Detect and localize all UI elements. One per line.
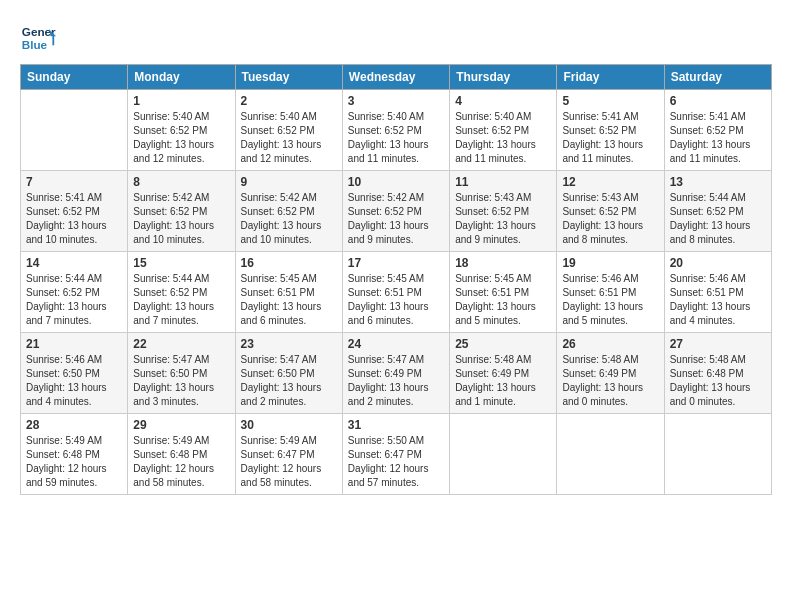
day-info: Sunrise: 5:42 AM Sunset: 6:52 PM Dayligh… bbox=[241, 191, 337, 247]
logo-icon: General Blue bbox=[20, 20, 56, 56]
day-info: Sunrise: 5:47 AM Sunset: 6:50 PM Dayligh… bbox=[133, 353, 229, 409]
day-number: 11 bbox=[455, 175, 551, 189]
calendar-cell: 23Sunrise: 5:47 AM Sunset: 6:50 PM Dayli… bbox=[235, 333, 342, 414]
header-cell-friday: Friday bbox=[557, 65, 664, 90]
calendar-cell: 16Sunrise: 5:45 AM Sunset: 6:51 PM Dayli… bbox=[235, 252, 342, 333]
calendar-cell bbox=[557, 414, 664, 495]
day-number: 31 bbox=[348, 418, 444, 432]
day-info: Sunrise: 5:41 AM Sunset: 6:52 PM Dayligh… bbox=[670, 110, 766, 166]
calendar-cell: 12Sunrise: 5:43 AM Sunset: 6:52 PM Dayli… bbox=[557, 171, 664, 252]
calendar-cell: 14Sunrise: 5:44 AM Sunset: 6:52 PM Dayli… bbox=[21, 252, 128, 333]
day-number: 6 bbox=[670, 94, 766, 108]
calendar-cell: 22Sunrise: 5:47 AM Sunset: 6:50 PM Dayli… bbox=[128, 333, 235, 414]
calendar-cell: 15Sunrise: 5:44 AM Sunset: 6:52 PM Dayli… bbox=[128, 252, 235, 333]
day-number: 4 bbox=[455, 94, 551, 108]
day-number: 1 bbox=[133, 94, 229, 108]
day-number: 3 bbox=[348, 94, 444, 108]
day-number: 21 bbox=[26, 337, 122, 351]
calendar-cell bbox=[450, 414, 557, 495]
day-info: Sunrise: 5:42 AM Sunset: 6:52 PM Dayligh… bbox=[348, 191, 444, 247]
calendar-cell: 19Sunrise: 5:46 AM Sunset: 6:51 PM Dayli… bbox=[557, 252, 664, 333]
day-number: 14 bbox=[26, 256, 122, 270]
day-info: Sunrise: 5:45 AM Sunset: 6:51 PM Dayligh… bbox=[241, 272, 337, 328]
day-info: Sunrise: 5:49 AM Sunset: 6:48 PM Dayligh… bbox=[26, 434, 122, 490]
calendar-cell: 29Sunrise: 5:49 AM Sunset: 6:48 PM Dayli… bbox=[128, 414, 235, 495]
day-number: 10 bbox=[348, 175, 444, 189]
calendar-cell: 2Sunrise: 5:40 AM Sunset: 6:52 PM Daylig… bbox=[235, 90, 342, 171]
day-info: Sunrise: 5:43 AM Sunset: 6:52 PM Dayligh… bbox=[455, 191, 551, 247]
calendar-week-4: 21Sunrise: 5:46 AM Sunset: 6:50 PM Dayli… bbox=[21, 333, 772, 414]
day-number: 9 bbox=[241, 175, 337, 189]
calendar-cell: 24Sunrise: 5:47 AM Sunset: 6:49 PM Dayli… bbox=[342, 333, 449, 414]
day-info: Sunrise: 5:46 AM Sunset: 6:50 PM Dayligh… bbox=[26, 353, 122, 409]
day-info: Sunrise: 5:48 AM Sunset: 6:49 PM Dayligh… bbox=[455, 353, 551, 409]
calendar-cell: 6Sunrise: 5:41 AM Sunset: 6:52 PM Daylig… bbox=[664, 90, 771, 171]
calendar-cell: 18Sunrise: 5:45 AM Sunset: 6:51 PM Dayli… bbox=[450, 252, 557, 333]
calendar-cell: 10Sunrise: 5:42 AM Sunset: 6:52 PM Dayli… bbox=[342, 171, 449, 252]
day-info: Sunrise: 5:49 AM Sunset: 6:48 PM Dayligh… bbox=[133, 434, 229, 490]
header-row: SundayMondayTuesdayWednesdayThursdayFrid… bbox=[21, 65, 772, 90]
day-number: 26 bbox=[562, 337, 658, 351]
calendar-cell: 4Sunrise: 5:40 AM Sunset: 6:52 PM Daylig… bbox=[450, 90, 557, 171]
calendar-cell: 27Sunrise: 5:48 AM Sunset: 6:48 PM Dayli… bbox=[664, 333, 771, 414]
day-info: Sunrise: 5:45 AM Sunset: 6:51 PM Dayligh… bbox=[455, 272, 551, 328]
day-info: Sunrise: 5:46 AM Sunset: 6:51 PM Dayligh… bbox=[670, 272, 766, 328]
day-number: 27 bbox=[670, 337, 766, 351]
day-info: Sunrise: 5:50 AM Sunset: 6:47 PM Dayligh… bbox=[348, 434, 444, 490]
header-cell-saturday: Saturday bbox=[664, 65, 771, 90]
day-number: 15 bbox=[133, 256, 229, 270]
calendar-cell bbox=[21, 90, 128, 171]
calendar-table: SundayMondayTuesdayWednesdayThursdayFrid… bbox=[20, 64, 772, 495]
calendar-cell bbox=[664, 414, 771, 495]
day-info: Sunrise: 5:43 AM Sunset: 6:52 PM Dayligh… bbox=[562, 191, 658, 247]
day-number: 2 bbox=[241, 94, 337, 108]
svg-text:Blue: Blue bbox=[22, 38, 48, 51]
day-info: Sunrise: 5:46 AM Sunset: 6:51 PM Dayligh… bbox=[562, 272, 658, 328]
header-cell-monday: Monday bbox=[128, 65, 235, 90]
calendar-cell: 25Sunrise: 5:48 AM Sunset: 6:49 PM Dayli… bbox=[450, 333, 557, 414]
day-number: 28 bbox=[26, 418, 122, 432]
calendar-cell: 9Sunrise: 5:42 AM Sunset: 6:52 PM Daylig… bbox=[235, 171, 342, 252]
day-number: 22 bbox=[133, 337, 229, 351]
day-number: 23 bbox=[241, 337, 337, 351]
day-number: 5 bbox=[562, 94, 658, 108]
calendar-week-1: 1Sunrise: 5:40 AM Sunset: 6:52 PM Daylig… bbox=[21, 90, 772, 171]
day-info: Sunrise: 5:49 AM Sunset: 6:47 PM Dayligh… bbox=[241, 434, 337, 490]
calendar-cell: 1Sunrise: 5:40 AM Sunset: 6:52 PM Daylig… bbox=[128, 90, 235, 171]
calendar-week-3: 14Sunrise: 5:44 AM Sunset: 6:52 PM Dayli… bbox=[21, 252, 772, 333]
day-number: 24 bbox=[348, 337, 444, 351]
calendar-cell: 26Sunrise: 5:48 AM Sunset: 6:49 PM Dayli… bbox=[557, 333, 664, 414]
calendar-cell: 20Sunrise: 5:46 AM Sunset: 6:51 PM Dayli… bbox=[664, 252, 771, 333]
calendar-cell: 30Sunrise: 5:49 AM Sunset: 6:47 PM Dayli… bbox=[235, 414, 342, 495]
calendar-cell: 21Sunrise: 5:46 AM Sunset: 6:50 PM Dayli… bbox=[21, 333, 128, 414]
day-number: 12 bbox=[562, 175, 658, 189]
day-info: Sunrise: 5:40 AM Sunset: 6:52 PM Dayligh… bbox=[133, 110, 229, 166]
calendar-cell: 28Sunrise: 5:49 AM Sunset: 6:48 PM Dayli… bbox=[21, 414, 128, 495]
calendar-cell: 13Sunrise: 5:44 AM Sunset: 6:52 PM Dayli… bbox=[664, 171, 771, 252]
day-info: Sunrise: 5:41 AM Sunset: 6:52 PM Dayligh… bbox=[26, 191, 122, 247]
header-cell-sunday: Sunday bbox=[21, 65, 128, 90]
header-cell-thursday: Thursday bbox=[450, 65, 557, 90]
calendar-cell: 31Sunrise: 5:50 AM Sunset: 6:47 PM Dayli… bbox=[342, 414, 449, 495]
day-info: Sunrise: 5:42 AM Sunset: 6:52 PM Dayligh… bbox=[133, 191, 229, 247]
day-number: 19 bbox=[562, 256, 658, 270]
day-info: Sunrise: 5:47 AM Sunset: 6:49 PM Dayligh… bbox=[348, 353, 444, 409]
logo: General Blue bbox=[20, 20, 60, 56]
day-number: 7 bbox=[26, 175, 122, 189]
calendar-week-5: 28Sunrise: 5:49 AM Sunset: 6:48 PM Dayli… bbox=[21, 414, 772, 495]
day-info: Sunrise: 5:48 AM Sunset: 6:48 PM Dayligh… bbox=[670, 353, 766, 409]
calendar-week-2: 7Sunrise: 5:41 AM Sunset: 6:52 PM Daylig… bbox=[21, 171, 772, 252]
day-info: Sunrise: 5:44 AM Sunset: 6:52 PM Dayligh… bbox=[670, 191, 766, 247]
day-number: 29 bbox=[133, 418, 229, 432]
header-cell-wednesday: Wednesday bbox=[342, 65, 449, 90]
day-info: Sunrise: 5:40 AM Sunset: 6:52 PM Dayligh… bbox=[348, 110, 444, 166]
page-header: General Blue bbox=[20, 20, 772, 56]
day-number: 25 bbox=[455, 337, 551, 351]
day-info: Sunrise: 5:47 AM Sunset: 6:50 PM Dayligh… bbox=[241, 353, 337, 409]
header-cell-tuesday: Tuesday bbox=[235, 65, 342, 90]
day-number: 30 bbox=[241, 418, 337, 432]
day-info: Sunrise: 5:40 AM Sunset: 6:52 PM Dayligh… bbox=[241, 110, 337, 166]
calendar-cell: 3Sunrise: 5:40 AM Sunset: 6:52 PM Daylig… bbox=[342, 90, 449, 171]
calendar-body: 1Sunrise: 5:40 AM Sunset: 6:52 PM Daylig… bbox=[21, 90, 772, 495]
day-number: 8 bbox=[133, 175, 229, 189]
